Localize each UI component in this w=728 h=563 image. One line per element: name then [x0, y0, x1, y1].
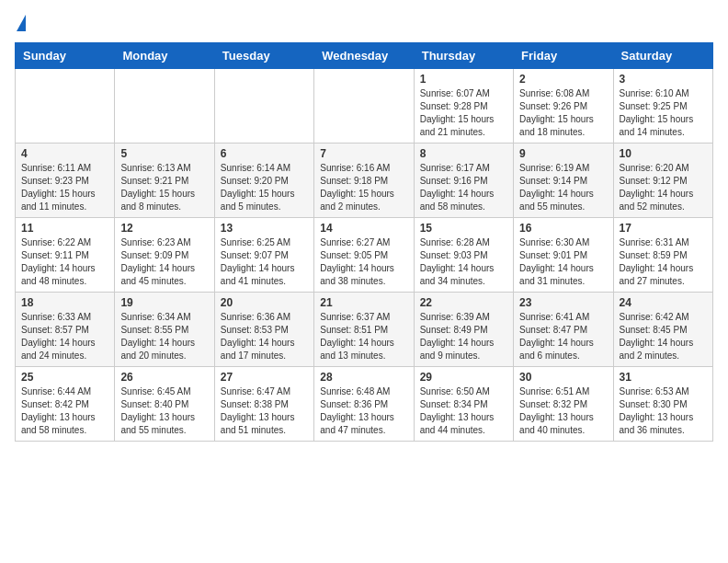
calendar-cell: 16Sunrise: 6:30 AM Sunset: 9:01 PM Dayli…	[514, 218, 613, 293]
calendar-cell: 30Sunrise: 6:51 AM Sunset: 8:32 PM Dayli…	[514, 367, 613, 442]
day-info: Sunrise: 6:20 AM Sunset: 9:12 PM Dayligh…	[620, 162, 707, 213]
day-number: 9	[519, 147, 607, 160]
day-info: Sunrise: 6:53 AM Sunset: 8:30 PM Dayligh…	[620, 385, 707, 437]
weekday-header-monday: Monday	[115, 43, 214, 69]
day-number: 19	[120, 296, 208, 309]
day-info: Sunrise: 6:11 AM Sunset: 9:23 PM Dayligh…	[21, 162, 108, 213]
day-info: Sunrise: 6:30 AM Sunset: 9:01 PM Dayligh…	[519, 236, 607, 288]
weekday-header-wednesday: Wednesday	[314, 43, 414, 69]
weekday-header-thursday: Thursday	[414, 43, 513, 69]
calendar-cell: 28Sunrise: 6:48 AM Sunset: 8:36 PM Dayli…	[314, 367, 414, 442]
calendar-cell: 17Sunrise: 6:31 AM Sunset: 8:59 PM Dayli…	[613, 218, 712, 293]
day-number: 15	[420, 222, 507, 235]
day-info: Sunrise: 6:42 AM Sunset: 8:45 PM Dayligh…	[620, 311, 707, 362]
calendar-header-row: SundayMondayTuesdayWednesdayThursdayFrid…	[16, 43, 713, 69]
day-number: 13	[221, 222, 308, 235]
day-info: Sunrise: 6:19 AM Sunset: 9:14 PM Dayligh…	[519, 162, 607, 213]
day-number: 24	[620, 296, 707, 309]
day-number: 25	[21, 371, 108, 384]
day-number: 23	[519, 296, 607, 309]
day-number: 4	[21, 147, 108, 160]
day-number: 8	[420, 147, 507, 160]
day-info: Sunrise: 6:16 AM Sunset: 9:18 PM Dayligh…	[320, 162, 407, 213]
calendar-week-row: 18Sunrise: 6:33 AM Sunset: 8:57 PM Dayli…	[16, 293, 713, 367]
logo	[15, 15, 26, 31]
day-number: 6	[221, 147, 308, 160]
calendar-week-row: 1Sunrise: 6:07 AM Sunset: 9:28 PM Daylig…	[16, 69, 713, 144]
calendar-week-row: 25Sunrise: 6:44 AM Sunset: 8:42 PM Dayli…	[16, 367, 713, 442]
calendar-cell	[314, 69, 414, 144]
day-number: 31	[620, 371, 707, 384]
calendar-cell	[214, 69, 313, 144]
day-number: 10	[620, 147, 707, 160]
day-info: Sunrise: 6:44 AM Sunset: 8:42 PM Dayligh…	[21, 385, 108, 437]
calendar-cell: 7Sunrise: 6:16 AM Sunset: 9:18 PM Daylig…	[314, 144, 414, 218]
calendar-cell: 12Sunrise: 6:23 AM Sunset: 9:09 PM Dayli…	[115, 218, 214, 293]
calendar-cell: 21Sunrise: 6:37 AM Sunset: 8:51 PM Dayli…	[314, 293, 414, 367]
day-info: Sunrise: 6:23 AM Sunset: 9:09 PM Dayligh…	[120, 236, 208, 288]
day-number: 2	[519, 73, 607, 86]
calendar-cell: 6Sunrise: 6:14 AM Sunset: 9:20 PM Daylig…	[214, 144, 313, 218]
calendar-cell: 8Sunrise: 6:17 AM Sunset: 9:16 PM Daylig…	[414, 144, 513, 218]
day-info: Sunrise: 6:22 AM Sunset: 9:11 PM Dayligh…	[21, 236, 108, 288]
day-info: Sunrise: 6:45 AM Sunset: 8:40 PM Dayligh…	[120, 385, 208, 437]
day-info: Sunrise: 6:27 AM Sunset: 9:05 PM Dayligh…	[320, 236, 407, 288]
day-info: Sunrise: 6:28 AM Sunset: 9:03 PM Dayligh…	[420, 236, 507, 288]
day-number: 17	[620, 222, 707, 235]
day-info: Sunrise: 6:33 AM Sunset: 8:57 PM Dayligh…	[21, 311, 108, 362]
calendar-cell: 18Sunrise: 6:33 AM Sunset: 8:57 PM Dayli…	[16, 293, 115, 367]
day-number: 14	[320, 222, 407, 235]
calendar-cell	[115, 69, 214, 144]
day-number: 21	[320, 296, 407, 309]
calendar-cell: 19Sunrise: 6:34 AM Sunset: 8:55 PM Dayli…	[115, 293, 214, 367]
calendar-cell: 1Sunrise: 6:07 AM Sunset: 9:28 PM Daylig…	[414, 69, 513, 144]
calendar-cell: 23Sunrise: 6:41 AM Sunset: 8:47 PM Dayli…	[514, 293, 613, 367]
day-number: 5	[120, 147, 208, 160]
calendar-cell: 13Sunrise: 6:25 AM Sunset: 9:07 PM Dayli…	[214, 218, 313, 293]
day-info: Sunrise: 6:13 AM Sunset: 9:21 PM Dayligh…	[120, 162, 208, 213]
calendar-cell: 9Sunrise: 6:19 AM Sunset: 9:14 PM Daylig…	[514, 144, 613, 218]
calendar-week-row: 4Sunrise: 6:11 AM Sunset: 9:23 PM Daylig…	[16, 144, 713, 218]
calendar-cell: 20Sunrise: 6:36 AM Sunset: 8:53 PM Dayli…	[214, 293, 313, 367]
calendar-cell: 29Sunrise: 6:50 AM Sunset: 8:34 PM Dayli…	[414, 367, 513, 442]
day-info: Sunrise: 6:39 AM Sunset: 8:49 PM Dayligh…	[420, 311, 507, 362]
day-info: Sunrise: 6:41 AM Sunset: 8:47 PM Dayligh…	[519, 311, 607, 362]
day-info: Sunrise: 6:47 AM Sunset: 8:38 PM Dayligh…	[221, 385, 308, 437]
calendar-cell: 4Sunrise: 6:11 AM Sunset: 9:23 PM Daylig…	[16, 144, 115, 218]
calendar-week-row: 11Sunrise: 6:22 AM Sunset: 9:11 PM Dayli…	[16, 218, 713, 293]
calendar-cell: 15Sunrise: 6:28 AM Sunset: 9:03 PM Dayli…	[414, 218, 513, 293]
day-info: Sunrise: 6:17 AM Sunset: 9:16 PM Dayligh…	[420, 162, 507, 213]
day-number: 20	[221, 296, 308, 309]
weekday-header-friday: Friday	[514, 43, 613, 69]
day-number: 1	[420, 73, 507, 86]
day-info: Sunrise: 6:51 AM Sunset: 8:32 PM Dayligh…	[519, 385, 607, 437]
day-info: Sunrise: 6:50 AM Sunset: 8:34 PM Dayligh…	[420, 385, 507, 437]
day-number: 7	[320, 147, 407, 160]
day-number: 26	[120, 371, 208, 384]
day-info: Sunrise: 6:25 AM Sunset: 9:07 PM Dayligh…	[221, 236, 308, 288]
calendar-cell: 3Sunrise: 6:10 AM Sunset: 9:25 PM Daylig…	[613, 69, 712, 144]
calendar-cell: 24Sunrise: 6:42 AM Sunset: 8:45 PM Dayli…	[613, 293, 712, 367]
calendar-cell: 25Sunrise: 6:44 AM Sunset: 8:42 PM Dayli…	[16, 367, 115, 442]
day-number: 27	[221, 371, 308, 384]
day-info: Sunrise: 6:48 AM Sunset: 8:36 PM Dayligh…	[320, 385, 407, 437]
day-info: Sunrise: 6:37 AM Sunset: 8:51 PM Dayligh…	[320, 311, 407, 362]
day-info: Sunrise: 6:31 AM Sunset: 8:59 PM Dayligh…	[620, 236, 707, 288]
weekday-header-saturday: Saturday	[613, 43, 712, 69]
day-info: Sunrise: 6:36 AM Sunset: 8:53 PM Dayligh…	[221, 311, 308, 362]
weekday-header-sunday: Sunday	[16, 43, 115, 69]
day-number: 29	[420, 371, 507, 384]
day-number: 28	[320, 371, 407, 384]
calendar-cell: 14Sunrise: 6:27 AM Sunset: 9:05 PM Dayli…	[314, 218, 414, 293]
calendar-cell: 10Sunrise: 6:20 AM Sunset: 9:12 PM Dayli…	[613, 144, 712, 218]
calendar-cell: 2Sunrise: 6:08 AM Sunset: 9:26 PM Daylig…	[514, 69, 613, 144]
calendar-table: SundayMondayTuesdayWednesdayThursdayFrid…	[15, 42, 713, 442]
day-info: Sunrise: 6:07 AM Sunset: 9:28 PM Dayligh…	[420, 87, 507, 139]
calendar-cell: 22Sunrise: 6:39 AM Sunset: 8:49 PM Dayli…	[414, 293, 513, 367]
day-number: 22	[420, 296, 507, 309]
calendar-cell	[16, 69, 115, 144]
calendar-cell: 27Sunrise: 6:47 AM Sunset: 8:38 PM Dayli…	[214, 367, 313, 442]
day-number: 18	[21, 296, 108, 309]
calendar-cell: 11Sunrise: 6:22 AM Sunset: 9:11 PM Dayli…	[16, 218, 115, 293]
logo-triangle-icon	[17, 15, 26, 31]
